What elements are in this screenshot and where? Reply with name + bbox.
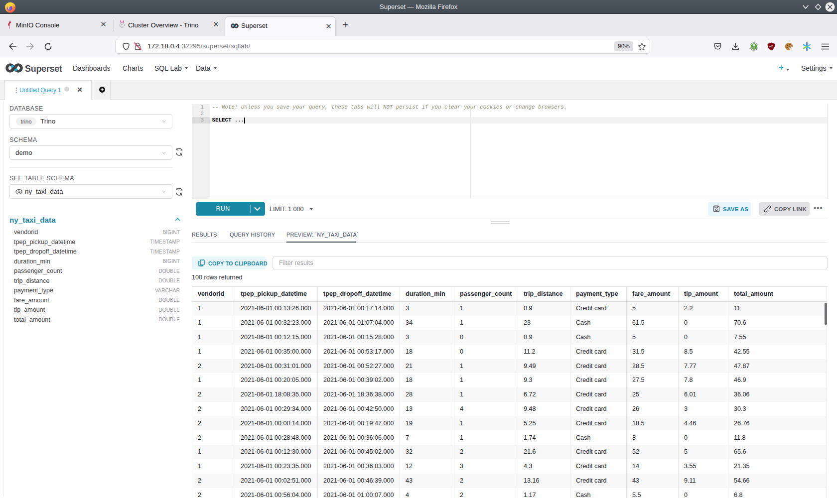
svg-text:uO: uO [769, 45, 773, 48]
